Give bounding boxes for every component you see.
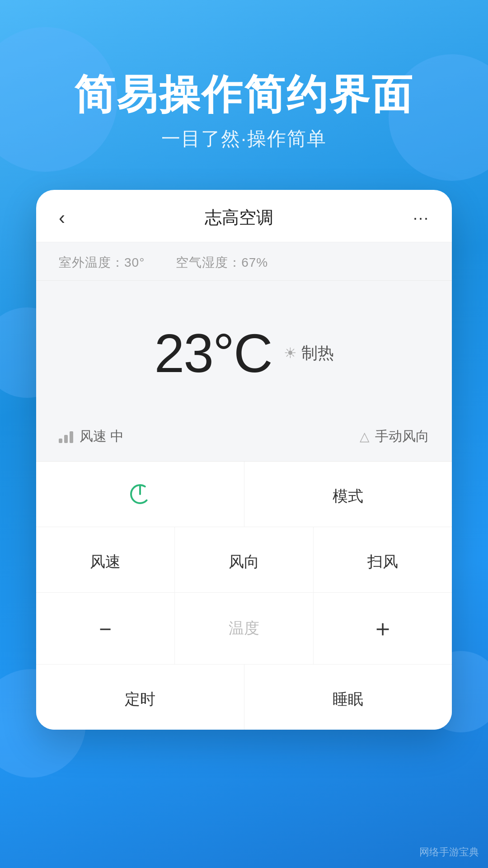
wind-icon: △	[360, 429, 370, 444]
fan-direction-label: 手动风向	[375, 427, 429, 446]
control-row-3: － 温度 ＋	[36, 593, 452, 665]
fan-bar-seg-1	[59, 439, 62, 443]
fan-bar: 风速 中 △ 手动风向	[36, 416, 452, 462]
phone-card: ‹ 志高空调 ··· 室外温度：30° 空气湿度：67% 23°C ☀ 制热 风…	[36, 190, 452, 730]
wind-dir-btn-label: 风向	[229, 552, 259, 572]
control-row-4: 定时 睡眠	[36, 665, 452, 730]
fan-speed-label: 风速 中	[80, 427, 124, 446]
temp-main: 23°C ☀ 制热	[154, 322, 333, 384]
sweep-button[interactable]: 扫风	[314, 527, 452, 592]
wind-dir-button[interactable]: 风向	[175, 527, 314, 592]
temp-display-area: 23°C ☀ 制热	[36, 281, 452, 416]
temp-label: 温度	[229, 618, 259, 639]
card-title: 志高空调	[205, 206, 273, 229]
fan-bar-seg-3	[70, 431, 73, 443]
humidity: 空气湿度：67%	[176, 255, 268, 269]
control-row-1: 模式	[36, 462, 452, 527]
card-header: ‹ 志高空调 ···	[36, 190, 452, 242]
timer-button[interactable]: 定时	[36, 665, 244, 730]
fan-bars-icon	[59, 430, 73, 443]
temp-plus-icon: ＋	[371, 613, 394, 644]
control-grid: 模式 风速 风向 扫风 － 温度 ＋	[36, 462, 452, 730]
timer-label: 定时	[125, 689, 155, 710]
fan-speed-display: 风速 中	[59, 427, 124, 446]
sun-icon: ☀	[284, 344, 297, 362]
temp-minus-icon: －	[94, 613, 117, 644]
weather-info: 室外温度：30° 空气湿度：67%	[59, 255, 295, 269]
fan-speed-button[interactable]: 风速	[36, 527, 175, 592]
more-button[interactable]: ···	[413, 208, 429, 227]
sleep-label: 睡眠	[333, 689, 363, 710]
control-row-2: 风速 风向 扫风	[36, 527, 452, 593]
fan-bar-seg-2	[64, 435, 68, 443]
temp-mode: ☀ 制热	[284, 342, 334, 364]
outdoor-temp: 室外温度：30°	[59, 255, 145, 269]
header-section: 简易操作简约界面 一目了然·操作简单	[0, 72, 488, 151]
power-button[interactable]	[36, 462, 244, 527]
weather-bar: 室外温度：30° 空气湿度：67%	[36, 242, 452, 281]
watermark: 网络手游宝典	[419, 845, 479, 859]
main-title: 简易操作简约界面	[0, 72, 488, 117]
temp-decrease-button[interactable]: －	[36, 593, 175, 664]
sweep-btn-label: 扫风	[367, 552, 398, 572]
mode-button[interactable]: 模式	[244, 462, 452, 527]
temp-increase-button[interactable]: ＋	[314, 593, 452, 664]
temp-label-cell: 温度	[175, 593, 314, 664]
sleep-button[interactable]: 睡眠	[244, 665, 452, 730]
fan-speed-btn-label: 风速	[90, 552, 121, 572]
fan-direction-display: △ 手动风向	[360, 427, 429, 446]
temp-value: 23°C	[154, 322, 272, 384]
mode-label: 模式	[333, 486, 363, 507]
sub-title: 一目了然·操作简单	[0, 126, 488, 151]
temp-mode-label: 制热	[301, 342, 334, 364]
back-button[interactable]: ‹	[59, 207, 65, 229]
